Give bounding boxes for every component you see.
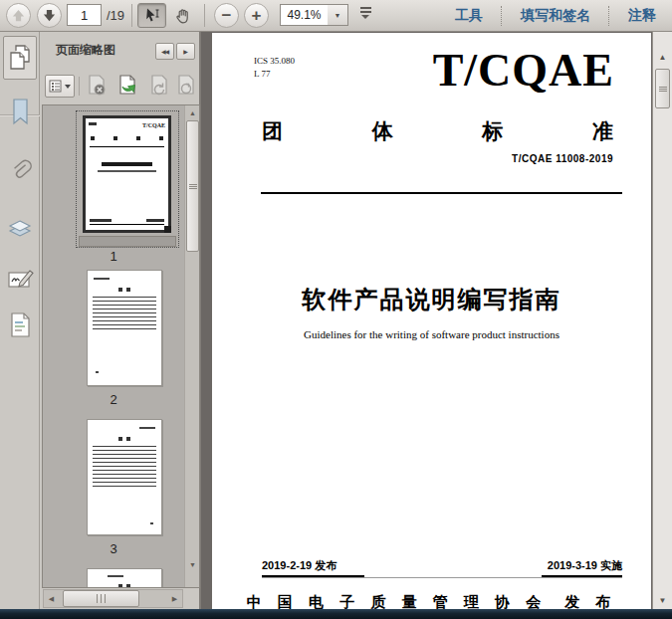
thumbnail-page-preview[interactable]: T/CQAE bbox=[83, 115, 171, 233]
bookmark-icon bbox=[10, 99, 30, 125]
toolbar-separator bbox=[608, 6, 610, 26]
prev-page-button[interactable] bbox=[6, 3, 31, 28]
thumbnail-page-number: 1 bbox=[43, 249, 184, 264]
standard-type-heading: 团 体 标 准 bbox=[262, 117, 613, 145]
panel-scrollbar-thumb[interactable] bbox=[186, 120, 199, 252]
ics-code: ICS 35.080 bbox=[254, 55, 295, 68]
arrow-down-icon bbox=[42, 8, 57, 23]
plus-icon: + bbox=[252, 8, 262, 23]
nav-bookmarks-button[interactable] bbox=[4, 95, 36, 128]
paperclip-icon bbox=[8, 157, 32, 187]
l-code: L 77 bbox=[254, 68, 295, 81]
cursor-select-icon bbox=[143, 7, 160, 24]
window-bottom-edge bbox=[0, 609, 672, 619]
zoom-out-button[interactable]: − bbox=[214, 3, 239, 28]
thumbnail-logo-text: T/CQAE bbox=[142, 122, 165, 128]
document-scrollbar-thumb[interactable] bbox=[655, 69, 670, 108]
publish-label: 发 布 bbox=[564, 593, 616, 610]
header-divider-line bbox=[261, 192, 622, 194]
panel-toolbar-separator bbox=[79, 77, 80, 96]
thumbnail-page-number: 2 bbox=[43, 392, 184, 407]
signature-icon bbox=[6, 267, 34, 293]
layers-icon bbox=[7, 217, 33, 243]
thumbnail-page-4[interactable] bbox=[87, 568, 162, 588]
thumbnail-page-2[interactable] bbox=[87, 270, 162, 386]
extract-pages-button[interactable] bbox=[114, 74, 142, 98]
zoom-level-input[interactable] bbox=[280, 4, 329, 26]
panel-collapse-button[interactable]: ◀◀ bbox=[155, 43, 174, 60]
panel-vertical-scrollbar[interactable]: ▲ ▼ bbox=[184, 105, 200, 587]
toolbar-separator bbox=[204, 4, 205, 27]
ics-codes: ICS 35.080 L 77 bbox=[254, 55, 295, 81]
thumbnail-page-number: 3 bbox=[43, 541, 184, 556]
scroll-right-icon[interactable]: ▶ bbox=[167, 590, 182, 607]
standard-body-logo: T/CQAE bbox=[433, 48, 614, 94]
document-view: ICS 35.080 L 77 T/CQAE 团 体 标 准 T/CQAE 11… bbox=[201, 31, 672, 619]
thumbnail-shadow-bar bbox=[79, 236, 176, 247]
delete-page-icon bbox=[86, 74, 108, 98]
select-tool-button[interactable] bbox=[137, 3, 166, 28]
document-title: 软件产品说明编写指南 bbox=[212, 284, 651, 315]
delete-pages-button bbox=[83, 74, 111, 98]
rotate-right-button bbox=[172, 74, 200, 98]
panel-hscrollbar-thumb[interactable] bbox=[63, 590, 139, 607]
hand-icon bbox=[174, 7, 192, 25]
issue-date: 2019-2-19 发布 bbox=[262, 558, 364, 577]
double-chevron-left-icon: ◀◀ bbox=[161, 48, 168, 55]
fill-sign-button[interactable]: 填写和签名 bbox=[517, 7, 594, 25]
toolbar-separator bbox=[131, 4, 132, 27]
chevron-down-icon: ▼ bbox=[335, 12, 341, 19]
notes-document-icon bbox=[9, 311, 31, 338]
extract-page-icon bbox=[116, 74, 140, 98]
zoom-in-button[interactable]: + bbox=[244, 3, 269, 28]
panel-title: 页面缩略图 bbox=[56, 42, 115, 59]
standard-number: T/CQAE 11008-2019 bbox=[262, 153, 613, 164]
document-subtitle-english: Guidelines for the writing of software p… bbox=[212, 328, 651, 340]
arrow-up-icon bbox=[11, 8, 26, 23]
rotate-cw-icon bbox=[175, 74, 197, 98]
page-thumbnails-panel: 页面缩略图 ◀◀ ▶ bbox=[40, 31, 201, 619]
rotate-left-button bbox=[145, 74, 173, 98]
document-page-1: ICS 35.080 L 77 T/CQAE 团 体 标 准 T/CQAE 11… bbox=[212, 33, 651, 619]
document-vertical-scrollbar[interactable]: ▲ ▼ bbox=[652, 31, 672, 619]
toolbar-overflow-button[interactable] bbox=[356, 7, 374, 23]
tools-button[interactable]: 工具 bbox=[451, 7, 487, 25]
page-count-label: /19 bbox=[107, 8, 124, 23]
nav-thumbnails-button[interactable] bbox=[3, 36, 37, 80]
implement-date: 2019-3-19 实施 bbox=[542, 558, 622, 577]
nav-attachments-button[interactable] bbox=[4, 155, 36, 189]
right-toolbar-group: 工具 填写和签名 注释 bbox=[451, 0, 660, 31]
pdf-viewer-window: /19 − + ▼ bbox=[0, 0, 672, 619]
nav-signatures-button[interactable] bbox=[4, 263, 36, 297]
panel-expand-button[interactable]: ▶ bbox=[176, 43, 195, 60]
thumbnail-page-1-selected[interactable]: T/CQAE bbox=[76, 110, 179, 248]
publisher-name: 中 国 电 子 质 量 管 理 协 会 bbox=[247, 593, 548, 610]
page-thumbnails-icon bbox=[8, 44, 32, 72]
scroll-down-icon[interactable]: ▼ bbox=[185, 558, 200, 571]
overflow-icon bbox=[360, 7, 371, 9]
scroll-down-icon[interactable]: ▼ bbox=[653, 594, 672, 607]
minus-icon: − bbox=[222, 8, 232, 23]
thumbnail-list: T/CQAE 1 2 bbox=[42, 104, 200, 588]
chevron-down-icon bbox=[65, 85, 71, 89]
comment-button[interactable]: 注释 bbox=[624, 7, 660, 25]
navigation-pane-strip bbox=[0, 31, 40, 619]
chevron-right-icon: ▶ bbox=[183, 48, 188, 55]
scroll-left-icon[interactable]: ◀ bbox=[44, 590, 59, 607]
zoom-dropdown-button[interactable]: ▼ bbox=[328, 4, 348, 26]
main-toolbar: /19 − + ▼ bbox=[0, 0, 672, 32]
page-number-input[interactable] bbox=[67, 4, 102, 26]
hand-tool-button[interactable] bbox=[168, 3, 197, 28]
next-page-button[interactable] bbox=[37, 3, 62, 28]
toolbar-separator bbox=[501, 6, 503, 26]
nav-page-notes-button[interactable] bbox=[4, 308, 36, 341]
panel-horizontal-scrollbar[interactable]: ◀ ▶ bbox=[43, 589, 183, 608]
rotate-ccw-icon bbox=[148, 74, 170, 98]
thumbnail-options-button[interactable] bbox=[45, 75, 75, 98]
thumbnail-page-3[interactable] bbox=[87, 419, 162, 535]
scroll-up-icon[interactable]: ▲ bbox=[185, 106, 200, 119]
options-list-icon bbox=[49, 80, 62, 93]
nav-layers-button[interactable] bbox=[4, 213, 36, 247]
selection-handle[interactable] bbox=[164, 226, 171, 233]
scroll-up-icon[interactable]: ▲ bbox=[653, 51, 672, 64]
